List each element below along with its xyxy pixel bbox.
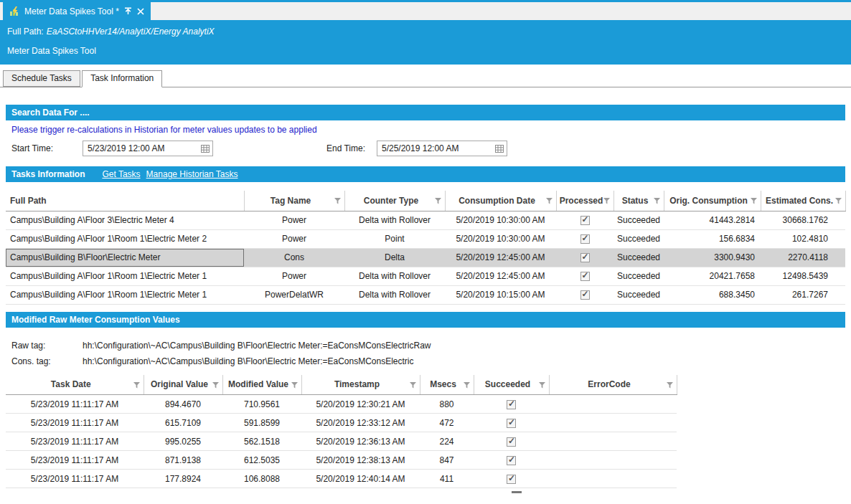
filter-icon[interactable] xyxy=(133,382,140,389)
filter-icon[interactable] xyxy=(539,382,545,389)
cell-full-path[interactable]: Campus\Building B\Floor\Electric Meter xyxy=(6,248,244,267)
cell-original-value[interactable]: 894.4670 xyxy=(144,395,222,414)
cell-consumption-date[interactable]: 5/20/2019 12:45:00 AM xyxy=(445,248,556,267)
cell-succeeded[interactable] xyxy=(474,451,549,470)
cell-errorcode[interactable] xyxy=(549,395,677,414)
cell-msecs[interactable]: 847 xyxy=(420,451,474,470)
processed-checkbox[interactable] xyxy=(580,253,590,262)
cell-tag-name[interactable]: Power xyxy=(244,229,344,248)
cell-processed[interactable] xyxy=(556,229,613,248)
cell-counter-type[interactable]: Point xyxy=(344,229,445,248)
cell-task-date[interactable]: 5/23/2019 11:11:17 AM xyxy=(6,414,144,432)
manage-historian-tasks-link[interactable]: Manage Historian Tasks xyxy=(146,169,238,179)
cell-errorcode[interactable] xyxy=(549,470,677,488)
cell-tag-name[interactable]: Power xyxy=(244,211,344,229)
column-header-counter-type[interactable]: Counter Type xyxy=(344,191,445,211)
cell-timestamp[interactable]: 5/20/2019 12:33:12 AM xyxy=(301,414,420,432)
cell-timestamp[interactable]: 5/20/2019 12:38:13 AM xyxy=(301,451,420,470)
cell-modified-value[interactable]: 106.8088 xyxy=(222,470,301,488)
filter-icon[interactable] xyxy=(291,382,298,389)
cell-succeeded[interactable] xyxy=(474,414,549,432)
end-time-input[interactable] xyxy=(377,141,492,156)
cell-msecs[interactable]: 224 xyxy=(420,432,474,451)
cell-succeeded[interactable] xyxy=(474,432,549,451)
end-time-datepicker-icon[interactable] xyxy=(492,141,507,156)
cell-tag-name[interactable]: PowerDelatWR xyxy=(244,285,344,304)
cell-orig-consumption[interactable]: 3300.9430 xyxy=(664,248,761,267)
cell-processed[interactable] xyxy=(556,248,613,267)
cell-errorcode[interactable] xyxy=(549,414,677,432)
succeeded-checkbox[interactable] xyxy=(507,475,516,484)
table-row[interactable]: Campus\Building A\Floor 1\Room 1\Electri… xyxy=(6,229,845,248)
cell-orig-consumption[interactable]: 688.3450 xyxy=(664,285,761,304)
cell-full-path[interactable]: Campus\Building A\Floor 1\Room 1\Electri… xyxy=(6,229,244,248)
cell-original-value[interactable]: 615.7109 xyxy=(144,414,222,432)
cell-status[interactable]: Succeeded xyxy=(613,229,664,248)
cell-task-date[interactable]: 5/23/2019 11:11:17 AM xyxy=(6,432,144,451)
processed-checkbox[interactable] xyxy=(580,272,590,281)
cell-succeeded[interactable] xyxy=(474,395,549,414)
cell-errorcode[interactable] xyxy=(549,451,677,470)
cell-estimated-cons[interactable]: 261.7267 xyxy=(761,285,845,304)
succeeded-checkbox[interactable] xyxy=(507,400,516,409)
cell-full-path[interactable]: Campus\Building A\Floor 3\Electric Meter… xyxy=(6,211,244,229)
cell-status[interactable]: Succeeded xyxy=(613,211,664,229)
column-header-original-value[interactable]: Original Value xyxy=(144,375,222,395)
table-row[interactable]: Campus\Building A\Floor 1\Room 1\Electri… xyxy=(6,285,845,304)
table-row[interactable]: Campus\Building A\Floor 1\Room 1\Electri… xyxy=(6,267,845,285)
column-header-status[interactable]: Status xyxy=(613,191,664,211)
filter-icon[interactable] xyxy=(835,198,842,204)
succeeded-checkbox[interactable] xyxy=(507,419,516,428)
filter-icon[interactable] xyxy=(212,382,219,389)
cell-processed[interactable] xyxy=(556,267,613,285)
cell-original-value[interactable]: 871.9138 xyxy=(144,451,222,470)
cell-succeeded[interactable] xyxy=(474,470,549,488)
cell-processed[interactable] xyxy=(556,211,613,229)
column-header-full-path[interactable]: Full Path xyxy=(6,191,244,211)
cell-task-date[interactable]: 5/23/2019 11:11:17 AM xyxy=(6,395,144,414)
succeeded-checkbox[interactable] xyxy=(507,437,516,447)
table-row[interactable]: 5/23/2019 11:11:17 AM894.4670710.95615/2… xyxy=(6,395,677,414)
cell-modified-value[interactable]: 710.9561 xyxy=(222,395,301,414)
cell-msecs[interactable]: 411 xyxy=(420,470,474,488)
table-row[interactable]: Campus\Building B\Floor\Electric MeterCo… xyxy=(6,248,845,267)
column-header-modified-value[interactable]: Modified Value xyxy=(222,375,301,395)
cell-full-path[interactable]: Campus\Building A\Floor 1\Room 1\Electri… xyxy=(6,267,244,285)
cell-estimated-cons[interactable]: 2270.4118 xyxy=(761,248,845,267)
processed-checkbox[interactable] xyxy=(580,216,590,225)
cell-msecs[interactable]: 472 xyxy=(420,414,474,432)
cell-task-date[interactable]: 5/23/2019 11:11:17 AM xyxy=(6,470,144,488)
document-tab[interactable]: Meter Data Spikes Tool * xyxy=(3,2,151,20)
succeeded-checkbox[interactable] xyxy=(507,456,516,465)
column-header-tag-name[interactable]: Tag Name xyxy=(244,191,344,211)
cell-modified-value[interactable]: 591.8599 xyxy=(222,414,301,432)
table-row[interactable]: Campus\Building A\Floor 3\Electric Meter… xyxy=(6,211,845,229)
tab-schedule-tasks[interactable]: Schedule Tasks xyxy=(3,70,80,87)
filter-icon[interactable] xyxy=(435,198,441,204)
filter-icon[interactable] xyxy=(334,198,341,204)
column-header-task-date[interactable]: Task Date xyxy=(6,375,144,395)
cell-errorcode[interactable] xyxy=(549,432,677,451)
cell-estimated-cons[interactable]: 30668.1762 xyxy=(761,211,845,229)
cell-counter-type[interactable]: Delta with Rollover xyxy=(344,285,445,304)
cell-modified-value[interactable]: 562.1518 xyxy=(222,432,301,451)
close-icon[interactable] xyxy=(137,8,144,15)
column-header-succeeded[interactable]: Succeeded xyxy=(474,375,549,395)
column-header-timestamp[interactable]: Timestamp xyxy=(301,375,420,395)
get-tasks-link[interactable]: Get Tasks xyxy=(102,169,140,179)
filter-icon[interactable] xyxy=(751,198,757,204)
float-window-icon[interactable] xyxy=(124,7,132,15)
column-header-msecs[interactable]: Msecs xyxy=(420,375,474,395)
table-row[interactable]: 5/23/2019 11:11:17 AM871.9138612.50355/2… xyxy=(6,451,677,470)
filter-icon[interactable] xyxy=(654,198,660,204)
cell-estimated-cons[interactable]: 102.4810 xyxy=(761,229,845,248)
cell-msecs[interactable]: 880 xyxy=(420,395,474,414)
cell-estimated-cons[interactable]: 12498.5439 xyxy=(761,267,845,285)
column-header-orig-consumption[interactable]: Orig. Consumption xyxy=(664,191,761,211)
filter-icon[interactable] xyxy=(546,198,553,204)
cell-status[interactable]: Succeeded xyxy=(613,267,664,285)
column-header-estimated-cons[interactable]: Estimated Cons. xyxy=(761,191,845,211)
filter-icon[interactable] xyxy=(410,382,416,389)
cell-orig-consumption[interactable]: 41443.2814 xyxy=(664,211,761,229)
cell-modified-value[interactable]: 612.5035 xyxy=(222,451,301,470)
